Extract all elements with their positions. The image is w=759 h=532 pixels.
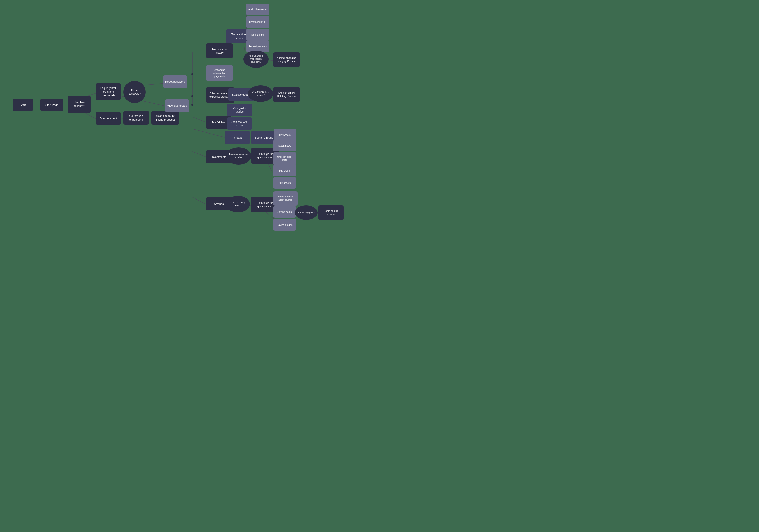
open-account-label: Open Account <box>100 117 117 120</box>
add-saving-goal-node: Add saving goal? <box>295 205 317 220</box>
view-dashboard-node: View dashboard <box>165 99 189 112</box>
turn-on-investment-mode-node: Turn on investment mode? <box>226 147 251 165</box>
stock-news-node: Stock news <box>273 140 296 151</box>
reset-password-label: Reset password <box>165 80 185 84</box>
svg-line-31 <box>192 129 227 138</box>
start-chat-advisor-label: Start chat with advisor <box>229 120 250 127</box>
svg-point-50 <box>191 104 193 106</box>
repeat-payment-node: Repeat payment <box>246 40 269 52</box>
blank-account-linking-node: (Blank account linking process) <box>151 111 179 125</box>
saving-guides-node: Saving guides <box>273 219 296 231</box>
view-guides-articles-label: View guides articles <box>229 107 250 113</box>
goals-adding-process-node: Goals adding process <box>318 205 343 220</box>
repeat-payment-label: Repeat payment <box>249 45 267 48</box>
saving-guides-label: Saving guides <box>277 223 293 227</box>
adding-editing-deleting-process-label: Adding/Editing/ Deleting Process <box>275 91 298 98</box>
forget-password-label: Forget password? <box>126 89 144 95</box>
view-guides-articles-node: View guides articles <box>227 104 252 116</box>
saving-goals-node: Saving goals <box>273 206 296 218</box>
buy-crypto-label: Buy crypto <box>279 169 291 172</box>
add-bill-reminder-label: Add bill reminder <box>248 8 267 11</box>
turn-on-saving-mode-node: Turn on saving mode? <box>226 196 250 212</box>
turn-on-investment-mode-label: Turn on investment mode? <box>228 153 249 159</box>
personalized-tips-label: Personalized tips about savings <box>275 196 296 201</box>
choosen-stock-stats-label: Choosen stock stats <box>275 156 294 161</box>
split-the-bill-label: Split the bill <box>251 33 264 36</box>
svg-point-51 <box>191 73 193 75</box>
open-account-node: Open Account <box>96 112 121 125</box>
threads-label: Threads <box>232 136 242 139</box>
add-edit-delete-budget-node: Add/Edit/ Delete budget? <box>248 86 273 102</box>
start-page-label: Start Page <box>45 103 59 107</box>
split-the-bill-node: Split the bill <box>246 29 269 40</box>
threads-node: Threads <box>225 131 250 144</box>
my-assets-label: My Assets <box>279 133 291 136</box>
see-all-threads-label: See all threads <box>255 136 273 139</box>
log-in-label: Log in (enter login and password) <box>98 86 119 97</box>
personalized-tips-node: Personalized tips about savings <box>273 191 298 206</box>
my-advisor-label: My Advisor <box>212 121 226 124</box>
adding-changing-category-process-label: Adding/ changing category Process <box>275 57 298 63</box>
user-has-account-label: User has account? <box>70 101 89 108</box>
transactions-history-node: Transactions history <box>206 44 233 58</box>
savings-label: Savings <box>214 202 224 206</box>
choosen-stock-stats-node: Choosen stock stats <box>273 152 296 165</box>
log-in-node: Log in (enter login and password) <box>96 84 121 100</box>
upcoming-subscription-label: Upcoming subscription payments <box>208 68 231 78</box>
adding-changing-category-process-node: Adding/ changing category Process <box>273 52 300 67</box>
add-bill-reminder-node: Add bill reminder <box>246 4 269 15</box>
stock-news-label: Stock news <box>278 144 291 147</box>
turn-on-saving-mode-label: Turn on saving mode? <box>228 201 248 207</box>
forget-password-node: Forget password? <box>123 81 146 103</box>
my-assets-node: My Assets <box>274 129 296 140</box>
investments-label: Investments <box>211 155 226 159</box>
go-through-onboarding-label: Go through onboarding <box>126 114 147 121</box>
add-change-category-label: Add/Change a transaction category? <box>245 55 267 63</box>
start-node: Start <box>13 98 33 111</box>
start-page-node: Start Page <box>40 98 63 111</box>
start-label: Start <box>20 103 25 107</box>
adding-editing-deleting-process-node: Adding/Editing/ Deleting Process <box>273 87 300 102</box>
saving-goals-label: Saving goals <box>277 210 292 214</box>
buy-crypto-node: Buy crypto <box>273 165 296 176</box>
view-dashboard-label: View dashboard <box>167 104 187 107</box>
statistic-details-label: Statistic details <box>232 93 250 96</box>
svg-line-34 <box>192 152 208 157</box>
svg-point-52 <box>191 95 193 97</box>
download-pdf-label: Download PDF <box>249 20 266 24</box>
go-through-onboarding-node: Go through onboarding <box>123 111 149 125</box>
see-all-threads-node: See all threads <box>251 131 277 144</box>
goals-adding-process-label: Goals adding process <box>320 209 341 216</box>
buy-assets-node: Buy assets <box>273 177 296 189</box>
user-has-account-node: User has account? <box>68 95 91 113</box>
download-pdf-node: Download PDF <box>246 16 269 28</box>
add-edit-delete-budget-label: Add/Edit/ Delete budget? <box>250 91 271 96</box>
blank-account-linking-label: (Blank account linking process) <box>153 114 177 121</box>
reset-password-node: Reset password <box>163 75 187 88</box>
add-saving-goal-label: Add saving goal? <box>297 211 315 214</box>
svg-line-28 <box>192 117 208 123</box>
add-change-category-node: Add/Change a transaction category? <box>243 51 269 68</box>
buy-assets-label: Buy assets <box>279 181 291 185</box>
upcoming-subscription-node: Upcoming subscription payments <box>206 65 233 81</box>
svg-line-41 <box>192 197 208 205</box>
start-chat-advisor-node: Start chat with advisor <box>227 117 252 130</box>
transactions-history-label: Transactions history <box>208 47 231 55</box>
